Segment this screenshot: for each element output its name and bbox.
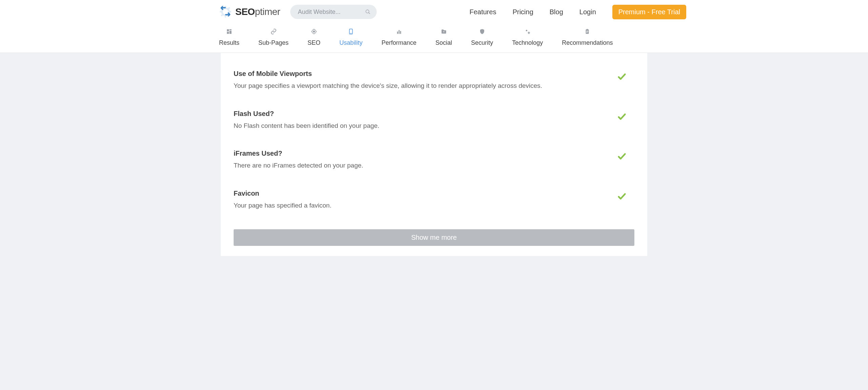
tab-social[interactable]: Social <box>426 28 461 46</box>
nav-features[interactable]: Features <box>470 8 496 16</box>
shield-icon <box>479 28 485 36</box>
svg-rect-3 <box>230 29 232 30</box>
grid-icon <box>226 28 232 36</box>
svg-rect-14 <box>397 32 398 34</box>
svg-rect-20 <box>587 29 588 30</box>
premium-button[interactable]: Premium - Free Trial <box>612 5 686 19</box>
svg-point-17 <box>526 30 528 32</box>
check-title: Favicon <box>234 190 615 197</box>
check-description: There are no iFrames detected on your pa… <box>234 161 615 171</box>
check-row: Flash Used?No Flash content has been ide… <box>234 110 634 131</box>
brand-icon <box>219 5 232 19</box>
svg-rect-21 <box>586 31 588 31</box>
link-icon <box>271 28 277 36</box>
gears-icon <box>525 28 531 36</box>
tab-technology[interactable]: Technology <box>502 28 552 46</box>
check-description: Your page has specified a favicon. <box>234 201 615 211</box>
svg-line-1 <box>369 13 370 14</box>
tab-security[interactable]: Security <box>461 28 502 46</box>
svg-point-7 <box>313 31 315 33</box>
tab-results[interactable]: Results <box>219 28 249 46</box>
check-title: iFrames Used? <box>234 150 615 157</box>
check-title: Flash Used? <box>234 110 615 118</box>
bars-icon <box>396 28 402 36</box>
brand-logo[interactable]: SEOptimer <box>219 5 280 19</box>
tab-recommendations[interactable]: Recommendations <box>552 28 622 46</box>
svg-rect-15 <box>398 30 399 34</box>
target-icon <box>311 28 317 36</box>
svg-rect-23 <box>586 32 588 33</box>
tab-label: Security <box>471 39 493 46</box>
check-title: Use of Mobile Viewports <box>234 70 615 78</box>
top-navbar: SEOptimer Features Pricing Blog Login Pr… <box>0 0 868 24</box>
search-wrap <box>290 5 377 19</box>
tab-label: Usability <box>339 39 362 46</box>
show-more-button[interactable]: Show me more <box>234 229 634 246</box>
svg-rect-22 <box>586 32 588 32</box>
checkmark-icon <box>615 70 634 83</box>
svg-rect-4 <box>230 31 232 34</box>
tab-seo[interactable]: SEO <box>298 28 330 46</box>
tab-performance[interactable]: Performance <box>372 28 426 46</box>
tab-label: Performance <box>381 39 416 46</box>
checkmark-icon <box>615 190 634 202</box>
report-tabs-bar: ResultsSub-PagesSEOUsabilityPerformanceS… <box>0 24 868 53</box>
tab-label: Recommendations <box>562 39 613 46</box>
svg-rect-16 <box>400 31 401 34</box>
tab-sub-pages[interactable]: Sub-Pages <box>249 28 298 46</box>
tab-label: Sub-Pages <box>258 39 289 46</box>
check-row: iFrames Used?There are no iFrames detect… <box>234 150 634 171</box>
nav-pricing[interactable]: Pricing <box>513 8 533 16</box>
svg-rect-2 <box>227 29 229 31</box>
tab-label: Technology <box>512 39 543 46</box>
star-folder-icon <box>441 28 447 36</box>
brand-text: SEOptimer <box>235 6 280 17</box>
nav-blog[interactable]: Blog <box>550 8 563 16</box>
tab-label: SEO <box>308 39 320 46</box>
clipboard-icon <box>584 28 590 36</box>
check-row: FaviconYour page has specified a favicon… <box>234 190 634 211</box>
tab-label: Results <box>219 39 239 46</box>
search-input[interactable] <box>290 5 377 19</box>
tab-label: Social <box>435 39 452 46</box>
svg-rect-5 <box>227 32 229 34</box>
usability-card: Use of Mobile ViewportsYour page specifi… <box>221 53 647 256</box>
svg-point-0 <box>366 10 369 13</box>
nav-login[interactable]: Login <box>579 8 596 16</box>
check-description: No Flash content has been identified on … <box>234 121 615 131</box>
check-description: Your page specifies a viewport matching … <box>234 81 615 91</box>
checkmark-icon <box>615 150 634 162</box>
check-row: Use of Mobile ViewportsYour page specifi… <box>234 70 634 91</box>
tab-usability[interactable]: Usability <box>330 28 372 46</box>
device-icon <box>348 28 354 36</box>
checkmark-icon <box>615 110 634 123</box>
